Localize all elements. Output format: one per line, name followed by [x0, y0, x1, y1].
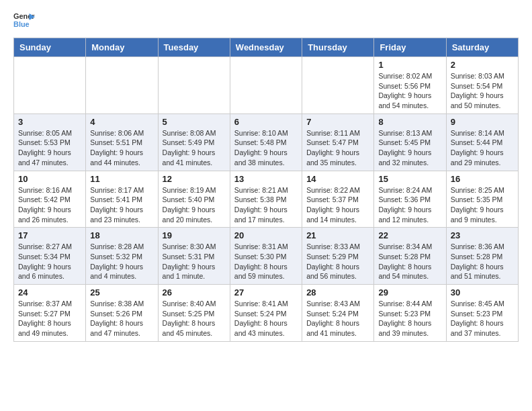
calendar-cell	[158, 57, 230, 114]
day-number: 5	[163, 117, 226, 127]
calendar-cell: 2Sunrise: 8:03 AM Sunset: 5:54 PM Daylig…	[446, 57, 518, 114]
day-info: Sunrise: 8:31 AM Sunset: 5:30 PM Dayligh…	[234, 242, 298, 281]
day-info: Sunrise: 8:30 AM Sunset: 5:31 PM Dayligh…	[163, 242, 226, 281]
day-number: 29	[378, 287, 441, 298]
day-number: 27	[234, 287, 298, 298]
calendar-cell	[302, 57, 374, 114]
day-info: Sunrise: 8:25 AM Sunset: 5:35 PM Dayligh…	[451, 185, 514, 225]
day-number: 30	[451, 287, 514, 298]
day-info: Sunrise: 8:14 AM Sunset: 5:44 PM Dayligh…	[451, 128, 514, 168]
day-number: 24	[18, 287, 81, 298]
day-info: Sunrise: 8:44 AM Sunset: 5:23 PM Dayligh…	[378, 299, 441, 338]
calendar-cell: 23Sunrise: 8:36 AM Sunset: 5:28 PM Dayli…	[446, 228, 518, 285]
calendar-week-row: 17Sunrise: 8:27 AM Sunset: 5:34 PM Dayli…	[14, 228, 519, 285]
day-info: Sunrise: 8:03 AM Sunset: 5:54 PM Dayligh…	[451, 71, 514, 111]
day-info: Sunrise: 8:13 AM Sunset: 5:45 PM Dayligh…	[378, 128, 441, 168]
day-of-week-header: Sunday	[14, 38, 86, 57]
day-number: 28	[306, 287, 369, 298]
day-number: 17	[18, 230, 81, 240]
day-number: 18	[90, 230, 153, 240]
day-number: 22	[378, 230, 441, 240]
day-info: Sunrise: 8:10 AM Sunset: 5:48 PM Dayligh…	[234, 128, 298, 168]
day-number: 9	[451, 117, 514, 127]
day-number: 20	[234, 230, 298, 240]
day-info: Sunrise: 8:45 AM Sunset: 5:23 PM Dayligh…	[451, 299, 514, 338]
day-info: Sunrise: 8:28 AM Sunset: 5:32 PM Dayligh…	[90, 242, 153, 281]
calendar-cell: 24Sunrise: 8:37 AM Sunset: 5:27 PM Dayli…	[14, 285, 86, 342]
calendar-cell: 25Sunrise: 8:38 AM Sunset: 5:26 PM Dayli…	[86, 285, 158, 342]
day-info: Sunrise: 8:11 AM Sunset: 5:47 PM Dayligh…	[306, 128, 369, 168]
day-info: Sunrise: 8:02 AM Sunset: 5:56 PM Dayligh…	[378, 71, 441, 111]
calendar-cell: 8Sunrise: 8:13 AM Sunset: 5:45 PM Daylig…	[374, 113, 446, 171]
day-number: 15	[378, 174, 441, 184]
calendar-cell	[230, 57, 302, 114]
calendar-cell: 9Sunrise: 8:14 AM Sunset: 5:44 PM Daylig…	[446, 113, 518, 171]
day-info: Sunrise: 8:22 AM Sunset: 5:37 PM Dayligh…	[306, 185, 369, 225]
day-of-week-header: Friday	[374, 38, 446, 57]
calendar-cell: 27Sunrise: 8:41 AM Sunset: 5:24 PM Dayli…	[230, 285, 302, 342]
day-number: 3	[18, 117, 81, 127]
calendar-cell: 28Sunrise: 8:43 AM Sunset: 5:24 PM Dayli…	[302, 285, 374, 342]
day-number: 6	[234, 117, 298, 127]
svg-text:Blue: Blue	[13, 20, 30, 28]
day-number: 14	[306, 174, 369, 184]
calendar-cell: 7Sunrise: 8:11 AM Sunset: 5:47 PM Daylig…	[302, 113, 374, 171]
calendar-cell: 12Sunrise: 8:19 AM Sunset: 5:40 PM Dayli…	[158, 171, 230, 228]
day-info: Sunrise: 8:08 AM Sunset: 5:49 PM Dayligh…	[163, 128, 226, 168]
calendar-cell: 22Sunrise: 8:34 AM Sunset: 5:28 PM Dayli…	[374, 228, 446, 285]
calendar: SundayMondayTuesdayWednesdayThursdayFrid…	[13, 38, 519, 342]
calendar-cell	[14, 57, 86, 114]
calendar-cell: 3Sunrise: 8:05 AM Sunset: 5:53 PM Daylig…	[14, 113, 86, 171]
day-info: Sunrise: 8:34 AM Sunset: 5:28 PM Dayligh…	[378, 242, 441, 281]
day-info: Sunrise: 8:27 AM Sunset: 5:34 PM Dayligh…	[18, 242, 81, 281]
calendar-cell: 6Sunrise: 8:10 AM Sunset: 5:48 PM Daylig…	[230, 113, 302, 171]
day-number: 25	[90, 287, 153, 298]
calendar-cell: 15Sunrise: 8:24 AM Sunset: 5:36 PM Dayli…	[374, 171, 446, 228]
calendar-cell: 30Sunrise: 8:45 AM Sunset: 5:23 PM Dayli…	[446, 285, 518, 342]
day-info: Sunrise: 8:21 AM Sunset: 5:38 PM Dayligh…	[234, 185, 298, 225]
day-number: 2	[451, 60, 514, 70]
day-info: Sunrise: 8:38 AM Sunset: 5:26 PM Dayligh…	[90, 299, 153, 338]
calendar-week-row: 1Sunrise: 8:02 AM Sunset: 5:56 PM Daylig…	[14, 57, 519, 114]
day-info: Sunrise: 8:19 AM Sunset: 5:40 PM Dayligh…	[163, 185, 226, 225]
calendar-cell: 13Sunrise: 8:21 AM Sunset: 5:38 PM Dayli…	[230, 171, 302, 228]
day-info: Sunrise: 8:33 AM Sunset: 5:29 PM Dayligh…	[306, 242, 369, 281]
day-of-week-header: Saturday	[446, 38, 518, 57]
day-number: 12	[163, 174, 226, 184]
day-number: 4	[90, 117, 153, 127]
day-of-week-header: Wednesday	[230, 38, 302, 57]
calendar-cell: 5Sunrise: 8:08 AM Sunset: 5:49 PM Daylig…	[158, 113, 230, 171]
day-of-week-header: Thursday	[302, 38, 374, 57]
calendar-cell: 16Sunrise: 8:25 AM Sunset: 5:35 PM Dayli…	[446, 171, 518, 228]
day-info: Sunrise: 8:40 AM Sunset: 5:25 PM Dayligh…	[163, 299, 226, 338]
day-number: 11	[90, 174, 153, 184]
calendar-cell: 20Sunrise: 8:31 AM Sunset: 5:30 PM Dayli…	[230, 228, 302, 285]
day-info: Sunrise: 8:24 AM Sunset: 5:36 PM Dayligh…	[378, 185, 441, 225]
day-of-week-header: Tuesday	[158, 38, 230, 57]
calendar-cell: 21Sunrise: 8:33 AM Sunset: 5:29 PM Dayli…	[302, 228, 374, 285]
day-number: 19	[163, 230, 226, 240]
day-number: 13	[234, 174, 298, 184]
calendar-week-row: 10Sunrise: 8:16 AM Sunset: 5:42 PM Dayli…	[14, 171, 519, 228]
calendar-cell: 17Sunrise: 8:27 AM Sunset: 5:34 PM Dayli…	[14, 228, 86, 285]
calendar-cell: 1Sunrise: 8:02 AM Sunset: 5:56 PM Daylig…	[374, 57, 446, 114]
calendar-cell: 10Sunrise: 8:16 AM Sunset: 5:42 PM Dayli…	[14, 171, 86, 228]
day-of-week-row: SundayMondayTuesdayWednesdayThursdayFrid…	[14, 38, 519, 57]
logo: General Blue	[13, 11, 35, 30]
day-number: 16	[451, 174, 514, 184]
calendar-week-row: 3Sunrise: 8:05 AM Sunset: 5:53 PM Daylig…	[14, 113, 519, 171]
calendar-cell: 19Sunrise: 8:30 AM Sunset: 5:31 PM Dayli…	[158, 228, 230, 285]
day-number: 1	[378, 60, 441, 70]
calendar-week-row: 24Sunrise: 8:37 AM Sunset: 5:27 PM Dayli…	[14, 285, 519, 342]
logo-icon: General Blue	[13, 11, 35, 30]
day-info: Sunrise: 8:17 AM Sunset: 5:41 PM Dayligh…	[90, 185, 153, 225]
calendar-cell: 14Sunrise: 8:22 AM Sunset: 5:37 PM Dayli…	[302, 171, 374, 228]
calendar-cell: 11Sunrise: 8:17 AM Sunset: 5:41 PM Dayli…	[86, 171, 158, 228]
day-info: Sunrise: 8:06 AM Sunset: 5:51 PM Dayligh…	[90, 128, 153, 168]
calendar-cell: 18Sunrise: 8:28 AM Sunset: 5:32 PM Dayli…	[86, 228, 158, 285]
calendar-cell: 29Sunrise: 8:44 AM Sunset: 5:23 PM Dayli…	[374, 285, 446, 342]
day-of-week-header: Monday	[86, 38, 158, 57]
page: General Blue SundayMondayTuesdayWednesda…	[0, 0, 532, 353]
day-info: Sunrise: 8:36 AM Sunset: 5:28 PM Dayligh…	[451, 242, 514, 281]
day-number: 26	[163, 287, 226, 298]
